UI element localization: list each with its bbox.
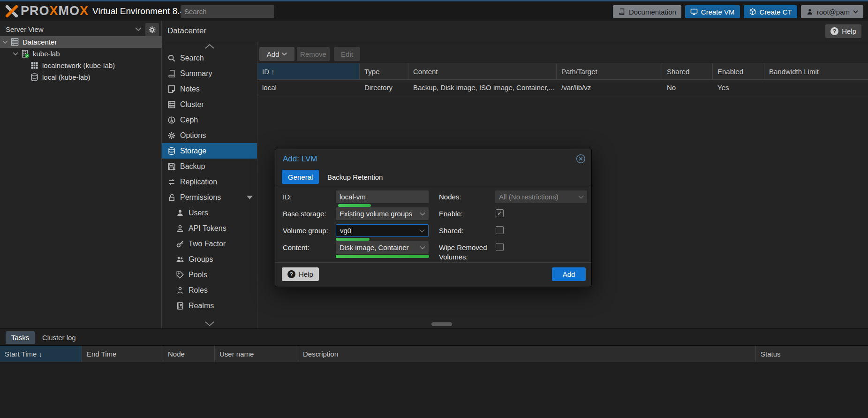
- add-lvm-dialog: Add: LVM General Backup Retention ID: lo…: [275, 149, 592, 287]
- task-table-header: Start Time ↓ End Time Node User name Des…: [0, 345, 868, 362]
- wipe-removed-volumes-checkbox[interactable]: [496, 243, 504, 251]
- id-input[interactable]: local-vm: [336, 190, 429, 203]
- replication-icon: [167, 178, 176, 186]
- global-search-input[interactable]: [181, 5, 274, 18]
- storage-db-icon: [167, 147, 176, 155]
- task-panel: Tasks Cluster log Start Time ↓ End Time …: [0, 328, 868, 418]
- remove-button[interactable]: Remove: [297, 47, 330, 61]
- column-header-path-target[interactable]: Path/Target: [557, 63, 662, 79]
- key-icon: [176, 240, 184, 248]
- column-header-description[interactable]: Description: [298, 346, 756, 362]
- tree-item-label: localnetwork (kube-lab): [42, 61, 115, 69]
- tab-backup-retention[interactable]: Backup Retention: [321, 170, 389, 184]
- expander-caret-icon[interactable]: [2, 40, 8, 44]
- wipe-removed-volumes-label: Wipe Removed Volumes:: [439, 243, 491, 262]
- scroll-up-icon[interactable]: [204, 44, 215, 49]
- shared-label: Shared:: [439, 226, 491, 236]
- tree-item-kube-lab[interactable]: kube-lab: [0, 48, 162, 60]
- floppy-icon: [167, 162, 176, 171]
- unlock-icon: [167, 193, 176, 202]
- dialog-add-button[interactable]: Add: [552, 267, 586, 281]
- users-icon: [176, 255, 184, 264]
- create-vm-button[interactable]: Create VM: [685, 5, 740, 18]
- column-header-content[interactable]: Content: [408, 63, 557, 79]
- enable-checkbox[interactable]: [496, 209, 504, 217]
- menu-item-groups[interactable]: Groups: [162, 251, 257, 267]
- edit-button[interactable]: Edit: [334, 47, 360, 61]
- menu-item-options[interactable]: Options: [162, 128, 257, 143]
- book-icon: [167, 69, 176, 78]
- create-ct-button[interactable]: Create CT: [744, 5, 797, 18]
- footer-divider: [275, 262, 591, 263]
- column-header-end-time[interactable]: End Time: [82, 346, 163, 362]
- content-select[interactable]: Disk image, Container: [336, 241, 429, 254]
- column-header-node[interactable]: Node: [163, 346, 215, 362]
- tree-item-datacenter[interactable]: Datacenter: [0, 36, 162, 48]
- documentation-button[interactable]: Documentation: [613, 5, 681, 18]
- tab-tasks[interactable]: Tasks: [6, 331, 35, 344]
- cluster-icon: [167, 100, 176, 109]
- column-header-start-time[interactable]: Start Time ↓: [0, 346, 82, 362]
- menu-item-replication[interactable]: Replication: [162, 174, 257, 190]
- note-icon: [167, 85, 176, 93]
- table-row[interactable]: local Directory Backup, Disk image, ISO …: [257, 80, 868, 95]
- nodes-select[interactable]: All (No restrictions): [495, 190, 587, 203]
- horizontal-scrollbar-thumb[interactable]: [431, 322, 452, 326]
- volume-group-combobox[interactable]: vg0: [336, 224, 429, 237]
- column-header-enabled[interactable]: Enabled: [713, 63, 764, 79]
- menu-item-backup[interactable]: Backup: [162, 159, 257, 174]
- realm-book-icon: [176, 302, 184, 310]
- annotation-underline-content: [336, 255, 429, 258]
- tree-item-localnetwork[interactable]: localnetwork (kube-lab): [0, 60, 162, 71]
- menu-item-search[interactable]: Search: [162, 50, 257, 66]
- menu-item-api-tokens[interactable]: API Tokens: [162, 220, 257, 236]
- menu-item-pools[interactable]: Pools: [162, 267, 257, 282]
- column-header-bandwidth-limit[interactable]: Bandwidth Limit: [764, 63, 868, 79]
- text-cursor: [352, 227, 352, 235]
- user-outline-icon: [176, 224, 184, 233]
- menu-item-cluster[interactable]: Cluster: [162, 97, 257, 112]
- scroll-down-icon[interactable]: [204, 321, 215, 327]
- menu-item-permissions[interactable]: Permissions: [162, 190, 257, 205]
- column-header-status[interactable]: Status: [756, 346, 868, 362]
- base-storage-select[interactable]: Existing volume groups: [336, 207, 429, 220]
- user-menu-button[interactable]: root@pam: [801, 5, 863, 18]
- dialog-help-button[interactable]: ? Help: [282, 267, 319, 281]
- menu-item-two-factor[interactable]: Two Factor: [162, 236, 257, 251]
- gear-icon: [148, 26, 156, 34]
- volume-group-label: Volume group:: [283, 226, 335, 236]
- menu-item-ceph[interactable]: Ceph: [162, 112, 257, 128]
- menu-item-summary[interactable]: Summary: [162, 66, 257, 81]
- cell-type: Directory: [360, 80, 408, 95]
- question-circle-icon: ?: [287, 270, 295, 278]
- annotation-underline-id: [338, 204, 371, 207]
- chevron-down-icon: [282, 52, 287, 56]
- dialog-title: Add: LVM: [283, 154, 317, 164]
- proxmox-app: PROXMOX Virtual Environment 8.4.12 Docum…: [0, 0, 868, 418]
- tree-item-local-storage[interactable]: local (kube-lab): [0, 71, 162, 83]
- view-selector[interactable]: Server View: [0, 22, 162, 37]
- menu-item-users[interactable]: Users: [162, 205, 257, 220]
- enable-label: Enable:: [439, 209, 491, 219]
- annotation-underline-volume-group: [336, 238, 370, 241]
- menu-item-notes[interactable]: Notes: [162, 81, 257, 97]
- column-header-user-name[interactable]: User name: [215, 346, 298, 362]
- column-header-shared[interactable]: Shared: [662, 63, 713, 79]
- chevron-down-icon[interactable]: [247, 195, 253, 199]
- shared-checkbox[interactable]: [496, 226, 504, 234]
- chevron-down-icon: [853, 10, 858, 14]
- menu-item-storage[interactable]: Storage: [162, 143, 257, 159]
- question-circle-icon: ?: [830, 27, 838, 35]
- expander-caret-icon[interactable]: [13, 52, 18, 56]
- column-header-id[interactable]: ID ↑: [257, 63, 360, 79]
- help-button[interactable]: ? Help: [825, 24, 861, 38]
- tab-general[interactable]: General: [282, 170, 319, 184]
- tab-cluster-log[interactable]: Cluster log: [37, 331, 82, 344]
- close-icon[interactable]: [576, 154, 586, 164]
- column-header-type[interactable]: Type: [360, 63, 408, 79]
- menu-item-realms[interactable]: Realms: [162, 298, 257, 313]
- add-button[interactable]: Add: [259, 47, 294, 61]
- view-settings-button[interactable]: [145, 23, 159, 37]
- menu-item-roles[interactable]: Roles: [162, 282, 257, 298]
- node-online-icon: [21, 49, 30, 58]
